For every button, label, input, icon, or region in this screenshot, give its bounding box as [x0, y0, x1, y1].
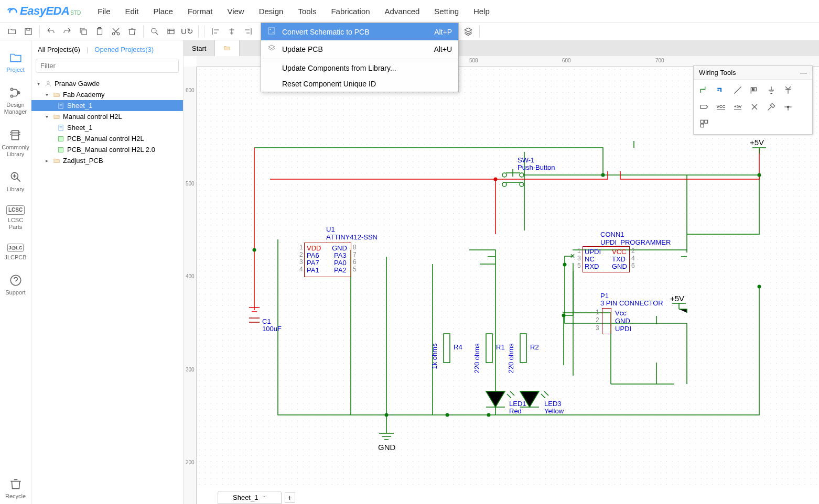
tab-start[interactable]: Start	[184, 40, 215, 56]
tree-sheet1-fab[interactable]: Sheet_1	[31, 100, 183, 111]
menu-edit[interactable]: Edit	[118, 4, 146, 19]
plus5v-icon[interactable]: +5V	[730, 100, 745, 114]
side-library[interactable]: Library	[6, 166, 26, 197]
open-icon[interactable]	[6, 26, 18, 37]
dd-shortcut: Alt+U	[434, 45, 452, 53]
undo-icon[interactable]	[45, 26, 57, 37]
netport-icon[interactable]	[697, 100, 712, 114]
project-tree: ▾Pranav Gawde ▾Fab Academy Sheet_1 ▾Manu…	[31, 76, 183, 168]
layers-icon[interactable]	[462, 26, 474, 37]
menu-file[interactable]: File	[90, 4, 117, 19]
menu-place[interactable]: Place	[146, 4, 180, 19]
tree-project-zadjust[interactable]: ▸Zadjust_PCB	[31, 155, 183, 166]
tree-project-fab[interactable]: ▾Fab Academy	[31, 89, 183, 100]
menu-format[interactable]: Format	[180, 4, 220, 19]
wiring-tools-panel: Wiring Tools— N VCC +5V	[693, 65, 813, 135]
dd-update-components[interactable]: Update Components from Library...	[261, 60, 458, 76]
ruler-vertical: 600 500 400 300 200	[184, 67, 197, 504]
tab-schematic[interactable]	[215, 40, 240, 56]
cross-ref-icon[interactable]	[165, 26, 177, 37]
app-name: EasyEDA	[20, 4, 69, 18]
side-project[interactable]: Project	[5, 47, 25, 78]
svg-rect-1	[27, 28, 30, 30]
line-icon[interactable]	[730, 83, 745, 97]
svg-point-30	[11, 95, 13, 97]
power-icon[interactable]	[781, 83, 795, 97]
menu-design[interactable]: Design	[252, 4, 291, 19]
cut-icon[interactable]	[110, 26, 122, 37]
tree-owner[interactable]: ▾Pranav Gawde	[31, 78, 183, 89]
svg-rect-52	[701, 124, 704, 127]
redo-icon[interactable]	[61, 26, 73, 37]
wire-icon[interactable]	[697, 83, 712, 97]
netlabel-icon[interactable]: N	[747, 83, 762, 97]
svg-rect-2	[82, 30, 87, 35]
dd-label: Update PCB	[282, 45, 323, 53]
align-left-icon[interactable]	[210, 26, 221, 37]
tab-opened-projects[interactable]: Opened Projects(3)	[93, 43, 155, 56]
side-design-manager[interactable]: Design Manager	[3, 82, 28, 119]
probe-icon[interactable]	[764, 100, 779, 114]
svg-point-45	[502, 182, 507, 187]
sheet-tab-1[interactable]: Sheet_1 ⌃	[218, 491, 282, 504]
bus-icon[interactable]	[714, 83, 728, 97]
dd-convert-schematic[interactable]: Convert Schematic to PCB Alt+P	[261, 23, 458, 40]
side-jlcpcb[interactable]: J@LCJLCPCB	[3, 239, 27, 266]
group-icon[interactable]	[697, 116, 712, 131]
save-icon[interactable]	[23, 26, 34, 37]
component-p1[interactable]	[602, 308, 611, 334]
delete-icon[interactable]	[126, 26, 138, 37]
noconnect-icon[interactable]	[747, 100, 762, 114]
tree-pcb-h2l2[interactable]: PCB_Manual control H2L 2.0	[31, 144, 183, 155]
svg-point-43	[502, 173, 507, 177]
menu-view[interactable]: View	[220, 4, 251, 19]
wiring-title: Wiring Tools	[699, 69, 736, 76]
sheet-add-button[interactable]: +	[285, 492, 295, 503]
svg-rect-26	[268, 28, 275, 34]
gnd-icon[interactable]	[764, 83, 779, 97]
dd-update-pcb[interactable]: Update PCB Alt+U	[261, 40, 458, 58]
vcc-icon[interactable]: VCC	[714, 100, 728, 114]
menu-setting[interactable]: Setting	[427, 4, 466, 19]
menu-help[interactable]: Help	[466, 4, 497, 19]
menu-advanced[interactable]: Advanced	[378, 4, 427, 19]
svg-point-46	[520, 182, 524, 187]
junction-icon[interactable]	[781, 100, 795, 114]
align-right-icon[interactable]	[242, 26, 254, 37]
update-icon[interactable]: U↻	[181, 26, 193, 37]
svg-point-27	[270, 29, 271, 30]
design-dropdown: Convert Schematic to PCB Alt+P Update PC…	[261, 23, 459, 92]
svg-rect-8	[168, 29, 174, 34]
zoom-icon[interactable]	[149, 26, 160, 37]
svg-rect-41	[486, 334, 492, 363]
dd-label: Convert Schematic to PCB	[282, 28, 370, 36]
side-common-library[interactable]: Commonly Library	[1, 124, 30, 162]
svg-point-44	[520, 173, 524, 177]
svg-rect-39	[58, 147, 63, 152]
tree-pcb-h2l[interactable]: PCB_Manual control H2L	[31, 133, 183, 144]
svg-rect-0	[25, 28, 31, 35]
dd-label: Reset Component Unique ID	[282, 80, 376, 88]
svg-point-35	[47, 81, 50, 84]
side-support[interactable]: Support	[4, 269, 27, 300]
minimize-icon[interactable]: —	[800, 69, 807, 76]
project-panel: All Projects(6) | Opened Projects(3) ▾Pr…	[31, 40, 184, 504]
tree-sheet1-h2l[interactable]: Sheet_1	[31, 122, 183, 133]
dd-label: Update Components from Library...	[282, 64, 396, 72]
menu-fabrication[interactable]: Fabrication	[324, 4, 377, 19]
side-lcsc[interactable]: LCSCLCSC Parts	[5, 201, 26, 235]
side-recycle[interactable]: Recycle	[4, 473, 27, 504]
dd-reset-id[interactable]: Reset Component Unique ID	[261, 76, 458, 92]
tab-all-projects[interactable]: All Projects(6)	[37, 43, 81, 56]
paste-icon[interactable]	[94, 26, 105, 37]
menu-tools[interactable]: Tools	[290, 4, 324, 19]
svg-rect-42	[520, 334, 526, 363]
filter-input[interactable]	[36, 59, 179, 73]
svg-point-29	[11, 89, 13, 91]
align-hcenter-icon[interactable]	[226, 26, 238, 37]
copy-icon[interactable]	[78, 26, 89, 37]
svg-point-28	[273, 32, 274, 33]
dd-separator	[261, 59, 458, 59]
app-edition: STD	[70, 10, 81, 16]
tree-project-h2l[interactable]: ▾Manual control H2L	[31, 111, 183, 122]
